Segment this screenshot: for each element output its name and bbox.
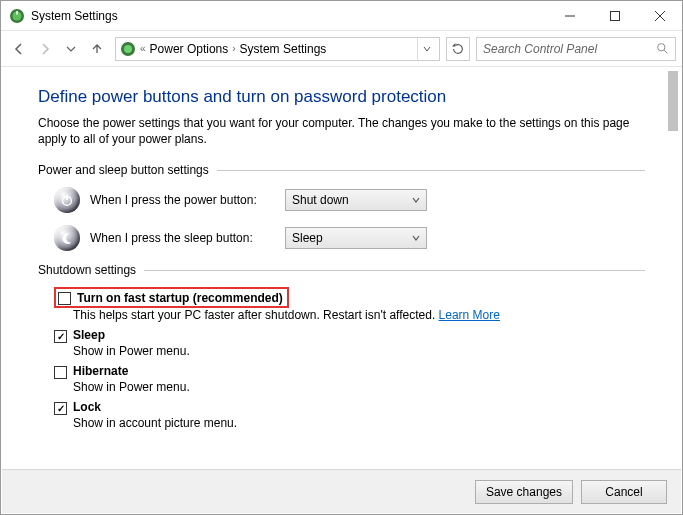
- hibernate-desc: Show in Power menu.: [73, 380, 645, 394]
- svg-point-6: [658, 44, 665, 51]
- search-input[interactable]: Search Control Panel: [476, 37, 676, 61]
- cancel-button[interactable]: Cancel: [581, 480, 667, 504]
- section-shutdown-title: Shutdown settings: [38, 263, 645, 277]
- sleep-icon: [54, 225, 80, 251]
- hibernate-checkbox[interactable]: [54, 366, 67, 379]
- hibernate-option-row: Hibernate: [54, 364, 645, 379]
- save-changes-button[interactable]: Save changes: [475, 480, 573, 504]
- svg-point-5: [124, 45, 132, 53]
- breadcrumb-item[interactable]: System Settings: [240, 42, 327, 56]
- hibernate-label: Hibernate: [73, 364, 128, 378]
- search-icon: [656, 42, 669, 55]
- power-button-label: When I press the power button:: [90, 193, 285, 207]
- power-button-row: When I press the power button: Shut down: [54, 187, 645, 213]
- lock-option-row: Lock: [54, 400, 645, 415]
- learn-more-link[interactable]: Learn More: [439, 308, 500, 322]
- content: Define power buttons and turn on passwor…: [2, 69, 681, 466]
- lock-desc: Show in account picture menu.: [73, 416, 645, 430]
- forward-button[interactable]: [33, 37, 57, 61]
- titlebar: System Settings: [1, 1, 682, 31]
- back-button[interactable]: [7, 37, 31, 61]
- svg-rect-3: [610, 11, 619, 20]
- refresh-button[interactable]: [446, 37, 470, 61]
- shutdown-settings-list: Turn on fast startup (recommended) This …: [54, 287, 645, 430]
- svg-rect-2: [16, 11, 18, 15]
- fast-startup-highlight: Turn on fast startup (recommended): [54, 287, 289, 308]
- sleep-button-row: When I press the sleep button: Sleep: [54, 225, 645, 251]
- fast-startup-checkbox[interactable]: [58, 292, 71, 305]
- recent-dropdown[interactable]: [59, 37, 83, 61]
- lock-label: Lock: [73, 400, 101, 414]
- vertical-scrollbar[interactable]: [666, 71, 680, 464]
- page-title: Define power buttons and turn on passwor…: [38, 87, 645, 107]
- power-button-dropdown[interactable]: Shut down: [285, 189, 427, 211]
- sleep-option-row: Sleep: [54, 328, 645, 343]
- chevron-icon: «: [140, 43, 146, 54]
- chevron-down-icon: [412, 196, 420, 204]
- section-power-sleep-title: Power and sleep button settings: [38, 163, 645, 177]
- divider: [144, 270, 645, 271]
- navbar: « Power Options › System Settings Search…: [1, 31, 682, 67]
- lock-checkbox[interactable]: [54, 402, 67, 415]
- chevron-right-icon: ›: [232, 43, 235, 54]
- breadcrumb-item[interactable]: Power Options: [150, 42, 229, 56]
- fast-startup-label: Turn on fast startup (recommended): [77, 291, 283, 305]
- maximize-button[interactable]: [592, 1, 637, 31]
- up-button[interactable]: [85, 37, 109, 61]
- breadcrumb[interactable]: « Power Options › System Settings: [115, 37, 440, 61]
- chevron-down-icon: [412, 234, 420, 242]
- sleep-label: Sleep: [73, 328, 105, 342]
- sleep-desc: Show in Power menu.: [73, 344, 645, 358]
- power-options-icon: [120, 41, 136, 57]
- fast-startup-desc: This helps start your PC faster after sh…: [73, 308, 645, 322]
- sleep-button-dropdown[interactable]: Sleep: [285, 227, 427, 249]
- svg-rect-8: [66, 195, 68, 200]
- footer: Save changes Cancel: [2, 469, 681, 513]
- sleep-checkbox[interactable]: [54, 330, 67, 343]
- search-placeholder: Search Control Panel: [483, 42, 597, 56]
- sleep-button-label: When I press the sleep button:: [90, 231, 285, 245]
- divider: [217, 170, 645, 171]
- intro-text: Choose the power settings that you want …: [38, 115, 645, 147]
- app-icon: [9, 8, 25, 24]
- scrollbar-thumb[interactable]: [668, 71, 678, 131]
- close-button[interactable]: [637, 1, 682, 31]
- window-title: System Settings: [31, 9, 547, 23]
- breadcrumb-dropdown-icon[interactable]: [417, 38, 435, 60]
- minimize-button[interactable]: [547, 1, 592, 31]
- power-icon: [54, 187, 80, 213]
